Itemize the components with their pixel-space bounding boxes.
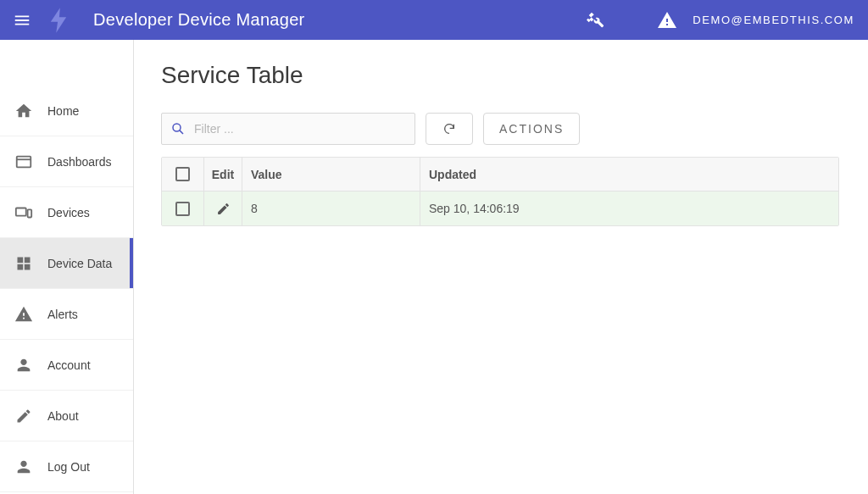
sidebar-item-home[interactable]: Home: [0, 86, 133, 136]
sidebar-item-label: Log Out: [47, 460, 90, 474]
header-edit: Edit: [204, 158, 242, 191]
refresh-button[interactable]: [426, 113, 473, 145]
sidebar-item-about[interactable]: About: [0, 391, 133, 441]
sidebar-item-device-data[interactable]: Device Data: [0, 238, 133, 289]
row-updated: Sep 10, 14:06:19: [420, 191, 838, 225]
actions-label: ACTIONS: [499, 122, 564, 136]
sidebar-item-dashboards[interactable]: Dashboards: [0, 136, 133, 187]
sidebar-item-label: Devices: [47, 206, 90, 219]
svg-point-7: [173, 124, 181, 131]
sidebar-item-devices[interactable]: Devices: [0, 187, 133, 238]
filter-input[interactable]: [194, 122, 406, 136]
toolbar: ACTIONS: [161, 113, 841, 145]
row-value: 8: [242, 191, 420, 225]
pencil-icon: [216, 202, 231, 216]
header-value: Value: [242, 158, 420, 191]
header-checkbox-cell: [162, 158, 204, 191]
sidebar-item-logout[interactable]: Log Out: [0, 441, 133, 492]
svg-rect-1: [16, 208, 26, 215]
svg-rect-3: [18, 257, 24, 263]
user-email[interactable]: DEMO@EMBEDTHIS.COM: [693, 14, 854, 26]
svg-rect-0: [17, 156, 31, 167]
warning-icon: [14, 304, 34, 325]
sidebar-item-account[interactable]: Account: [0, 340, 133, 391]
home-icon: [14, 101, 34, 121]
person-icon: [14, 457, 34, 477]
sidebar-item-label: Alerts: [47, 308, 78, 321]
page-title: Service Table: [161, 62, 841, 89]
svg-line-8: [180, 130, 183, 134]
sidebar-item-label: Home: [47, 104, 79, 118]
table-row: 8 Sep 10, 14:06:19: [162, 191, 838, 225]
svg-rect-4: [25, 257, 31, 263]
search-icon: [170, 121, 186, 136]
devices-icon: [14, 203, 34, 223]
refresh-icon: [442, 122, 456, 136]
sidebar-item-label: Account: [47, 358, 91, 372]
app-title: Developer Device Manager: [93, 10, 305, 30]
sidebar-item-label: About: [47, 409, 79, 423]
svg-rect-2: [28, 209, 32, 217]
sidebar: Home Dashboards Devices Device Data Aler…: [0, 40, 134, 494]
tools-button[interactable]: [577, 2, 615, 39]
pencil-icon: [14, 406, 34, 426]
person-icon: [14, 355, 34, 375]
warning-icon: [657, 10, 677, 31]
svg-rect-5: [18, 264, 24, 269]
menu-button[interactable]: [5, 3, 39, 37]
alerts-button[interactable]: [648, 2, 686, 39]
sidebar-item-label: Dashboards: [47, 155, 112, 169]
grid-icon: [14, 253, 34, 274]
tools-icon: [587, 11, 605, 30]
row-edit-button[interactable]: [204, 191, 242, 225]
app-header: Developer Device Manager DEMO@EMBEDTHIS.…: [0, 0, 868, 40]
filter-box[interactable]: [161, 113, 415, 145]
row-checkbox[interactable]: [175, 202, 190, 216]
header-updated: Updated: [420, 158, 838, 191]
actions-button[interactable]: ACTIONS: [483, 113, 580, 145]
select-all-checkbox[interactable]: [175, 167, 190, 181]
bolt-icon: [41, 3, 76, 38]
dashboard-icon: [14, 152, 34, 172]
svg-rect-6: [25, 264, 31, 269]
sidebar-item-alerts[interactable]: Alerts: [0, 289, 133, 340]
row-checkbox-cell: [162, 191, 204, 225]
main-content: Service Table ACTIONS Edit Value: [134, 40, 868, 494]
hamburger-icon: [13, 11, 31, 30]
sidebar-item-label: Device Data: [47, 257, 112, 270]
service-table: Edit Value Updated 8 Sep 10, 14:06:19: [161, 157, 839, 226]
table-header: Edit Value Updated: [162, 158, 838, 191]
